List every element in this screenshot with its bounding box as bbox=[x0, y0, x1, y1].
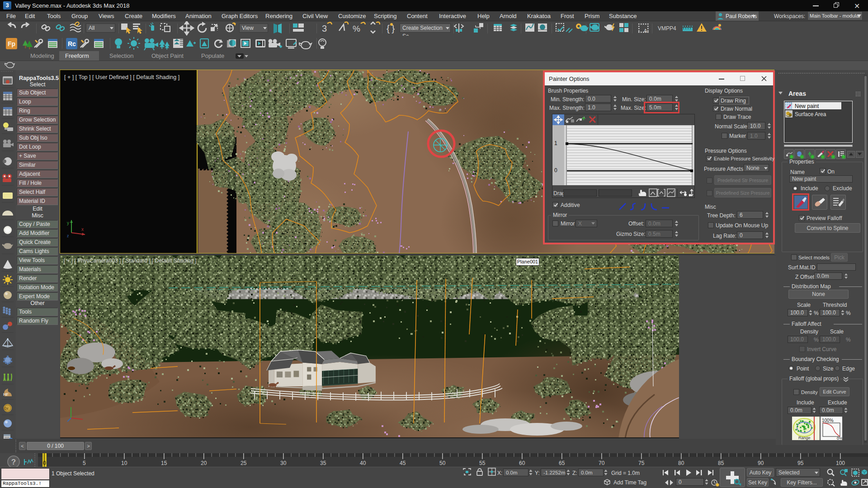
svg-text:0x: 0x bbox=[4, 406, 9, 411]
svg-text:HF: HF bbox=[3, 392, 9, 397]
svg-text:15: 15 bbox=[161, 460, 167, 466]
svg-text:80: 80 bbox=[678, 460, 684, 466]
svg-text:0%: 0% bbox=[837, 436, 842, 440]
svg-text:[ + ] [ Top ] [ User Defined ]: [ + ] [ Top ] [ User Defined ] [ Default… bbox=[64, 74, 179, 80]
svg-text:95: 95 bbox=[797, 460, 804, 466]
svg-text:5: 5 bbox=[83, 460, 86, 466]
svg-text:Fp: Fp bbox=[8, 40, 15, 47]
svg-text:Range: Range bbox=[798, 436, 811, 440]
svg-text:[ + ] [ PhysCamera003 ] [ Stan: [ + ] [ PhysCamera003 ] [ Standard ] [ D… bbox=[64, 258, 197, 264]
svg-text:%: % bbox=[353, 24, 360, 33]
svg-text:z: z bbox=[67, 234, 69, 238]
svg-text:35: 35 bbox=[320, 460, 326, 466]
svg-text:100%: 100% bbox=[822, 418, 834, 423]
svg-text:45: 45 bbox=[400, 460, 406, 466]
svg-text:65: 65 bbox=[559, 460, 565, 466]
svg-text:0: 0 bbox=[43, 460, 46, 466]
svg-text:A: A bbox=[644, 28, 647, 33]
svg-text:100: 100 bbox=[836, 460, 845, 466]
svg-text:25: 25 bbox=[241, 460, 247, 466]
svg-text:55: 55 bbox=[479, 460, 486, 466]
svg-text:x: x bbox=[81, 227, 84, 232]
svg-text:10: 10 bbox=[121, 460, 127, 466]
svg-text:40: 40 bbox=[360, 460, 366, 466]
svg-text:3: 3 bbox=[322, 23, 327, 33]
svg-text:75: 75 bbox=[638, 460, 645, 466]
svg-text:90: 90 bbox=[758, 460, 764, 466]
svg-text:30: 30 bbox=[280, 460, 287, 466]
svg-text:y: y bbox=[67, 221, 69, 225]
svg-text:Rc: Rc bbox=[68, 40, 76, 47]
svg-text:50: 50 bbox=[439, 460, 446, 466]
svg-text:60: 60 bbox=[519, 460, 525, 466]
svg-text:85: 85 bbox=[718, 460, 724, 466]
svg-text:70: 70 bbox=[599, 460, 605, 466]
svg-text:20: 20 bbox=[201, 460, 207, 466]
